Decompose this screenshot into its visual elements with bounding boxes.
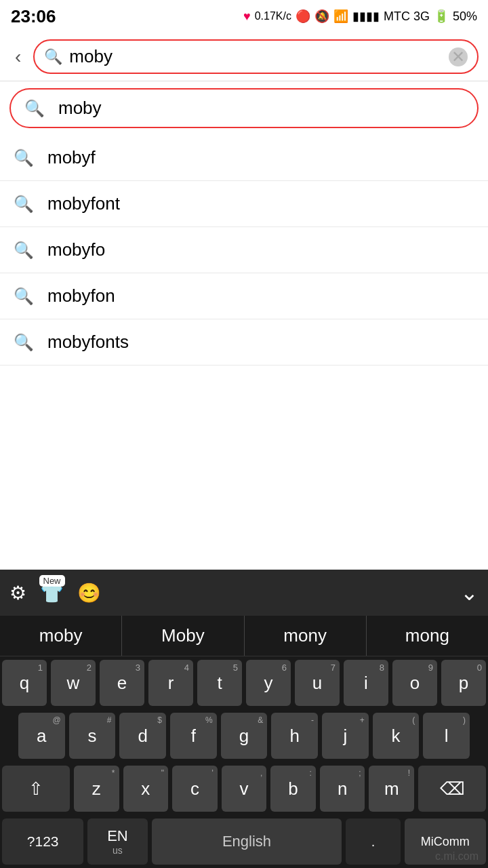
- key-n[interactable]: ;n: [320, 766, 365, 812]
- key-m[interactable]: !m: [369, 766, 414, 812]
- key-e[interactable]: 3e: [100, 660, 144, 706]
- status-right-icons: ♥ 0.17K/c 🔴 🔕 📶 ▮▮▮▮ МТС 3G 🔋 50%: [243, 9, 477, 24]
- keyboard-top-bar: ⚙ New 👕 😊 ⌄: [0, 570, 488, 616]
- suggestion-item[interactable]: 🔍mobyf: [0, 135, 488, 181]
- battery-icon: 🔋: [434, 9, 449, 24]
- network-speed: 0.17K/c: [255, 10, 291, 22]
- search-icon: 🔍: [44, 48, 62, 66]
- emoji-icon[interactable]: 😊: [77, 582, 101, 604]
- battery-percent: 50%: [453, 9, 477, 24]
- search-suggestion-icon: 🔍: [14, 195, 34, 214]
- keyboard: ⚙ New 👕 😊 ⌄ mobyMobymonymong 1q 2w 3e 4r…: [0, 570, 488, 868]
- shift-key[interactable]: ⇧: [2, 766, 70, 812]
- word-suggestions-row: mobyMobymonymong: [0, 616, 488, 656]
- new-badge: New: [39, 575, 64, 587]
- watermark: c.mi.com: [435, 850, 479, 863]
- key-o[interactable]: 9o: [392, 660, 437, 706]
- suggestion-item[interactable]: 🔍mobyfonts: [0, 319, 488, 366]
- suggestion-text: mobyfonts: [47, 332, 129, 353]
- key-a[interactable]: @a: [18, 713, 65, 759]
- word-suggestion-2[interactable]: mony: [245, 616, 367, 656]
- search-suggestion-icon: 🔍: [14, 287, 34, 306]
- key-l[interactable]: )l: [423, 713, 470, 759]
- space-key[interactable]: English: [152, 818, 342, 865]
- key-row-1: 1q 2w 3e 4r 5t 6y 7u 8i 9o 0p: [0, 656, 488, 709]
- key-row-2: @a #s $d %f &g -h +j (k )l: [0, 709, 488, 762]
- signal-icon: ▮▮▮▮: [352, 9, 380, 24]
- search-bar: ‹ 🔍 ✕: [0, 33, 488, 81]
- word-suggestion-0[interactable]: moby: [0, 616, 122, 656]
- suggestion-item[interactable]: 🔍mobyfont: [0, 181, 488, 227]
- suggestions-list: 🔍moby🔍mobyf🔍mobyfont🔍mobyfo🔍mobyfon🔍moby…: [0, 88, 488, 366]
- suggestion-item[interactable]: 🔍mobyfon: [0, 273, 488, 319]
- suggestion-item[interactable]: 🔍mobyfo: [0, 227, 488, 273]
- key-f[interactable]: %f: [170, 713, 217, 759]
- key-x[interactable]: "x: [123, 766, 169, 812]
- key-rows: 1q 2w 3e 4r 5t 6y 7u 8i 9o 0p @a #s $d %…: [0, 656, 488, 868]
- suggestion-text: moby: [58, 98, 102, 119]
- key-row-3: ⇧ *z "x 'c ,v :b ;n !m ⌫: [0, 762, 488, 815]
- key-y[interactable]: 6y: [246, 660, 291, 706]
- clear-button[interactable]: ✕: [449, 47, 468, 66]
- search-suggestion-icon: 🔍: [24, 99, 45, 118]
- search-suggestion-icon: 🔍: [14, 333, 34, 352]
- word-suggestion-3[interactable]: mong: [367, 616, 488, 656]
- period-key[interactable]: .: [346, 818, 400, 865]
- key-b[interactable]: :b: [270, 766, 316, 812]
- key-d[interactable]: $d: [119, 713, 166, 759]
- wifi-icon: 📶: [333, 9, 348, 24]
- vibrate-icon: 🔕: [314, 9, 329, 24]
- status-time: 23:06: [11, 6, 56, 27]
- key-z[interactable]: *z: [74, 766, 119, 812]
- key-q[interactable]: 1q: [2, 660, 47, 706]
- key-c[interactable]: 'c: [172, 766, 218, 812]
- suggestion-text: mobyfo: [47, 239, 105, 260]
- word-suggestion-1[interactable]: Moby: [122, 616, 244, 656]
- heart-icon: ♥: [243, 9, 251, 24]
- key-w[interactable]: 2w: [51, 660, 96, 706]
- settings-icon[interactable]: ⚙: [9, 582, 26, 604]
- bluetooth-icon: 🔴: [296, 9, 310, 24]
- key-i[interactable]: 8i: [344, 660, 388, 706]
- search-suggestion-icon: 🔍: [14, 149, 34, 167]
- key-h[interactable]: -h: [271, 713, 318, 759]
- carrier-name: МТС 3G: [384, 9, 430, 24]
- suggestion-item[interactable]: 🔍moby: [9, 88, 479, 128]
- key-g[interactable]: &g: [221, 713, 268, 759]
- delete-key[interactable]: ⌫: [418, 766, 486, 812]
- num-key[interactable]: ?123: [2, 818, 83, 865]
- key-r[interactable]: 4r: [148, 660, 193, 706]
- back-button[interactable]: ‹: [9, 43, 26, 71]
- key-s[interactable]: #s: [69, 713, 116, 759]
- status-bar: 23:06 ♥ 0.17K/c 🔴 🔕 📶 ▮▮▮▮ МТС 3G 🔋 50%: [0, 0, 488, 33]
- key-v[interactable]: ,v: [222, 766, 267, 812]
- key-t[interactable]: 5t: [197, 660, 242, 706]
- hide-keyboard-button[interactable]: ⌄: [460, 580, 479, 606]
- language-key[interactable]: EN us: [87, 818, 147, 865]
- key-row-bottom: ?123 EN us English . MiComm: [0, 815, 488, 868]
- suggestion-text: mobyf: [47, 147, 96, 168]
- key-k[interactable]: (k: [373, 713, 420, 759]
- theme-icon[interactable]: New 👕: [40, 582, 64, 604]
- search-input[interactable]: [69, 46, 442, 67]
- key-u[interactable]: 7u: [295, 660, 340, 706]
- key-j[interactable]: +j: [322, 713, 369, 759]
- suggestion-text: mobyfon: [47, 285, 115, 307]
- search-suggestion-icon: 🔍: [14, 241, 34, 260]
- key-p[interactable]: 0p: [441, 660, 486, 706]
- search-input-wrapper: 🔍 ✕: [33, 39, 479, 74]
- suggestion-text: mobyfont: [47, 193, 120, 214]
